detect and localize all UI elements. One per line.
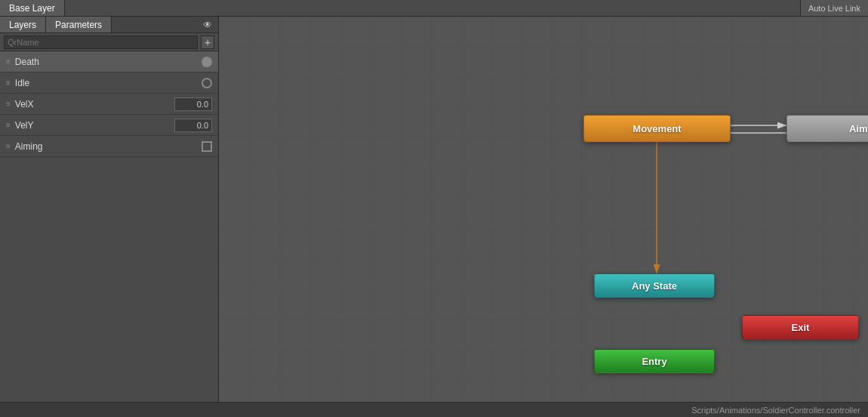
base-layer-tab[interactable]: Base Layer	[0, 0, 65, 16]
param-control-death[interactable]	[202, 57, 212, 67]
node-aiming-label: Aiming	[849, 123, 868, 134]
param-control-aiming[interactable]	[202, 141, 212, 152]
status-path: Scripts/Animations/SoldierController.con…	[691, 406, 860, 415]
drag-handle-death: ≡	[6, 57, 11, 66]
drag-handle-aiming: ≡	[6, 142, 11, 150]
node-exit[interactable]: Exit	[742, 315, 859, 339]
param-item-vely[interactable]: ≡ VelY	[0, 115, 218, 136]
param-name-velx: VelX	[15, 99, 174, 110]
drag-handle-velx: ≡	[6, 100, 11, 108]
param-item-velx[interactable]: ≡ VelX	[0, 94, 218, 115]
node-movement[interactable]: Movement	[583, 115, 731, 142]
left-panel: Layers Parameters 👁 + ≡ Death	[0, 17, 219, 402]
base-layer-tab-label: Base Layer	[9, 3, 55, 14]
main-layout: Layers Parameters 👁 + ≡ Death	[0, 17, 868, 402]
param-item-idle[interactable]: ≡ Idle	[0, 73, 218, 94]
param-control-velx[interactable]	[174, 97, 212, 111]
parameter-list: ≡ Death ≡ Idle ≡ VelX ≡ VelY	[0, 51, 218, 402]
param-control-idle[interactable]	[202, 78, 212, 88]
search-bar: +	[0, 33, 218, 51]
node-any-state[interactable]: Any State	[594, 273, 715, 298]
drag-handle-idle: ≡	[6, 79, 11, 87]
status-bar: Scripts/Animations/SoldierController.con…	[0, 402, 868, 417]
tab-parameters[interactable]: Parameters	[46, 17, 112, 32]
node-exit-label: Exit	[792, 322, 810, 333]
tab-layers[interactable]: Layers	[0, 17, 46, 32]
canvas-area[interactable]: Movement Aiming Any State Exit Entry	[219, 17, 868, 402]
node-entry[interactable]: Entry	[594, 349, 715, 373]
canvas-grid	[219, 17, 868, 402]
node-entry-label: Entry	[642, 356, 666, 367]
search-input[interactable]	[4, 36, 198, 49]
panel-tabs: Layers Parameters 👁	[0, 17, 218, 33]
node-any-state-label: Any State	[632, 280, 677, 292]
node-aiming[interactable]: Aiming	[786, 115, 868, 142]
param-name-vely: VelY	[15, 120, 174, 131]
add-parameter-button[interactable]: +	[201, 36, 214, 49]
param-name-idle: Idle	[15, 78, 202, 88]
eye-icon: 👁	[203, 20, 212, 30]
node-movement-label: Movement	[633, 123, 681, 134]
top-bar: Base Layer Auto Live Link	[0, 0, 868, 17]
param-name-aiming: Aiming	[15, 141, 202, 152]
eye-icon-button[interactable]: 👁	[197, 17, 218, 32]
param-item-aiming[interactable]: ≡ Aiming	[0, 136, 218, 157]
param-name-death: Death	[15, 57, 202, 67]
param-item-death[interactable]: ≡ Death	[0, 51, 218, 73]
auto-live-link-button[interactable]: Auto Live Link	[800, 0, 868, 16]
param-control-vely[interactable]	[174, 119, 212, 132]
drag-handle-vely: ≡	[6, 121, 11, 129]
